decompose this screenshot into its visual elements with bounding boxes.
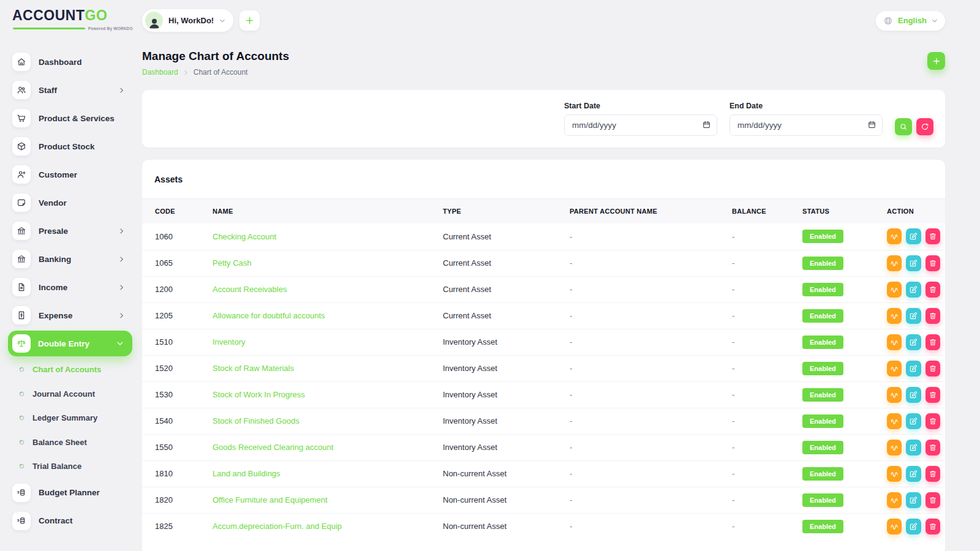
sidebar-item-banking[interactable]: Banking — [12, 245, 142, 273]
edit-button[interactable] — [906, 413, 921, 429]
sidebar-item-double-entry[interactable]: Double Entry — [8, 331, 132, 356]
table-row: 1540 Stock of Finished Goods Inventory A… — [142, 408, 945, 434]
edit-button[interactable] — [906, 387, 921, 403]
transactions-button[interactable] — [887, 334, 902, 350]
users-icon — [12, 81, 31, 99]
account-name-link[interactable]: Stock of Finished Goods — [213, 416, 300, 425]
edit-button[interactable] — [906, 492, 921, 508]
edit-button[interactable] — [906, 255, 921, 271]
delete-button[interactable] — [925, 228, 940, 244]
chevron-down-icon — [116, 340, 124, 347]
transactions-button[interactable] — [887, 228, 902, 244]
delete-button[interactable] — [925, 282, 940, 298]
wave-icon — [890, 232, 899, 241]
bank-icon — [12, 222, 31, 240]
breadcrumb-dashboard-link[interactable]: Dashboard — [142, 68, 178, 77]
delete-button[interactable] — [925, 361, 940, 377]
parent-account-name: - — [557, 408, 719, 434]
sidebar-item-product-services[interactable]: Product & Services — [12, 104, 142, 132]
transactions-button[interactable] — [887, 387, 902, 403]
transactions-button[interactable] — [887, 282, 902, 298]
end-date-input[interactable] — [729, 114, 883, 136]
sidebar-item-expense[interactable]: Expense — [12, 301, 142, 329]
edit-button[interactable] — [906, 361, 921, 377]
edit-icon — [909, 364, 918, 373]
note-icon — [12, 193, 31, 212]
start-date-input[interactable] — [564, 114, 717, 136]
reset-filter-button[interactable] — [916, 118, 933, 135]
sidebar-item-dashboard[interactable]: Dashboard — [12, 48, 142, 76]
sidebar-subitem-chart-of-accounts[interactable]: Chart of Accounts — [12, 358, 142, 382]
sidebar-item-income[interactable]: Income — [12, 273, 142, 301]
transactions-button[interactable] — [887, 308, 902, 324]
delete-button[interactable] — [925, 255, 940, 271]
sidebar-item-contract[interactable]: Contract — [12, 507, 142, 535]
edit-button[interactable] — [906, 308, 921, 324]
trash-icon — [929, 285, 937, 294]
account-name-link[interactable]: Petty Cash — [213, 258, 252, 268]
transactions-button[interactable] — [887, 519, 902, 534]
account-name-link[interactable]: Inventory — [213, 337, 245, 347]
account-name-link[interactable]: Checking Account — [213, 232, 276, 241]
account-name-link[interactable]: Office Furniture and Equipement — [213, 495, 328, 504]
sidebar-item-product-stock[interactable]: Product Stock — [12, 132, 142, 160]
refresh-icon — [921, 122, 929, 131]
account-type: Current Asset — [430, 302, 557, 329]
sidebar-subitem-balance-sheet[interactable]: Balance Sheet — [12, 430, 142, 455]
package-icon — [12, 137, 31, 156]
brand-logo[interactable]: ACCOUNTGO Powered By WORKDO — [12, 7, 123, 36]
account-type: Inventory Asset — [430, 408, 557, 434]
account-name-link[interactable]: Land and Buildings — [213, 469, 281, 478]
header-add-button[interactable] — [239, 10, 260, 31]
account-name-link[interactable]: Goods Received Clearing account — [213, 443, 333, 452]
sidebar-item-staff[interactable]: Staff — [12, 76, 142, 104]
edit-button[interactable] — [906, 466, 921, 482]
create-account-button[interactable] — [927, 52, 945, 70]
account-name-link[interactable]: Stock of Raw Materials — [213, 364, 294, 373]
page-header: Manage Chart of Accounts Dashboard Chart… — [142, 50, 945, 77]
delete-button[interactable] — [925, 308, 940, 324]
transactions-button[interactable] — [887, 466, 902, 482]
user-menu[interactable]: Hi, WorkDo! — [142, 9, 233, 32]
delete-button[interactable] — [925, 492, 940, 508]
page-title-block: Manage Chart of Accounts Dashboard Chart… — [142, 50, 289, 77]
column-header-parent: PARENT ACCOUNT NAME — [557, 199, 719, 223]
delete-button[interactable] — [925, 440, 940, 455]
apply-filter-button[interactable] — [895, 118, 912, 135]
account-type: Non-current Asset — [430, 487, 557, 513]
delete-button[interactable] — [925, 413, 940, 429]
delete-button[interactable] — [925, 519, 940, 534]
sidebar-subitem-trial-balance[interactable]: Trial Balance — [12, 454, 142, 479]
edit-button[interactable] — [906, 282, 921, 298]
transactions-button[interactable] — [887, 492, 902, 508]
edit-button[interactable] — [906, 334, 921, 350]
transactions-button[interactable] — [887, 440, 902, 455]
edit-button[interactable] — [906, 440, 921, 455]
end-date-label: End Date — [729, 102, 883, 110]
transactions-button[interactable] — [887, 361, 902, 377]
account-name-link[interactable]: Allowance for doubtful accounts — [213, 311, 325, 320]
sidebar-item-customer[interactable]: Customer — [12, 160, 142, 189]
delete-button[interactable] — [925, 387, 940, 403]
cart-icon — [12, 109, 31, 127]
account-name-link[interactable]: Stock of Work In Progress — [213, 390, 305, 399]
delete-button[interactable] — [925, 334, 940, 350]
language-selector[interactable]: English — [876, 11, 945, 31]
sidebar-subitem-ledger-summary[interactable]: Ledger Summary — [12, 406, 142, 430]
sidebar-item-budget-planner[interactable]: Budget Planner — [12, 479, 142, 507]
account-balance: - — [719, 276, 790, 302]
sidebar-item-vendor[interactable]: Vendor — [12, 189, 142, 217]
status-badge: Enabled — [802, 230, 843, 243]
sidebar-subitem-journal-account[interactable]: Journal Account — [12, 382, 142, 407]
transactions-button[interactable] — [887, 413, 902, 429]
wave-icon — [890, 285, 899, 294]
edit-button[interactable] — [906, 519, 921, 534]
delete-button[interactable] — [925, 466, 940, 482]
transactions-button[interactable] — [887, 255, 902, 271]
sidebar-item-presale[interactable]: Presale — [12, 217, 142, 245]
edit-button[interactable] — [906, 228, 921, 244]
account-name-link[interactable]: Accum.depreciation-Furn. and Equip — [213, 522, 342, 531]
chevron-right-icon — [183, 70, 189, 75]
start-date-label: Start Date — [564, 102, 717, 110]
account-name-link[interactable]: Account Receivables — [213, 285, 287, 294]
